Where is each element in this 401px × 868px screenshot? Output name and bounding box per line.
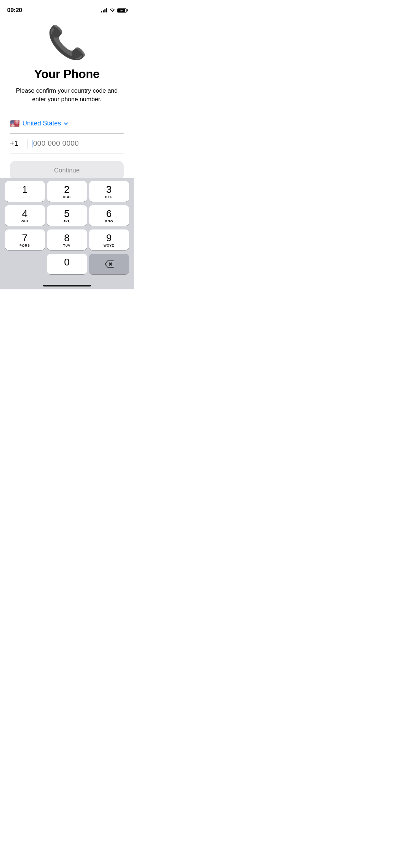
key-9[interactable]: 9 WXYZ	[89, 229, 129, 250]
keyboard-row-1: 1 2 ABC 3 DEF	[1, 181, 132, 202]
form-container: 🇺🇸 United States +1 Continue	[10, 114, 124, 180]
battery-icon: 84	[117, 8, 127, 13]
keyboard-row-4: 0	[1, 254, 132, 274]
key-3[interactable]: 3 DEF	[89, 181, 129, 202]
key-8[interactable]: 8 TUV	[47, 229, 87, 250]
phone-input[interactable]	[33, 139, 124, 148]
key-empty	[5, 254, 45, 274]
keyboard-row-2: 4 GHI 5 JKL 6 MNO	[1, 205, 132, 226]
continue-button[interactable]: Continue	[10, 161, 124, 180]
key-0[interactable]: 0	[47, 254, 87, 274]
key-delete[interactable]	[89, 254, 129, 274]
page-title: Your Phone	[34, 67, 99, 81]
phone-input-row: +1	[10, 134, 124, 154]
home-indicator	[43, 285, 91, 286]
country-name: United States	[22, 120, 61, 127]
keyboard: 1 2 ABC 3 DEF 4 GHI 5 JKL 6 MNO 7 PQRS	[0, 178, 134, 289]
chevron-down-icon	[64, 121, 68, 125]
status-time: 09:20	[7, 7, 22, 14]
phone-input-wrapper[interactable]	[32, 139, 124, 148]
text-cursor	[32, 140, 32, 148]
delete-icon	[104, 260, 114, 268]
key-7[interactable]: 7 PQRS	[5, 229, 45, 250]
page-subtitle: Please confirm your country code and ent…	[14, 87, 120, 104]
wifi-icon	[109, 8, 115, 12]
input-divider	[27, 139, 27, 149]
signal-icon	[101, 8, 107, 12]
key-1[interactable]: 1	[5, 181, 45, 202]
phone-icon: 📞	[47, 26, 87, 58]
key-6[interactable]: 6 MNO	[89, 205, 129, 226]
country-flag: 🇺🇸	[10, 119, 20, 128]
key-2[interactable]: 2 ABC	[47, 181, 87, 202]
country-code: +1	[10, 139, 23, 148]
status-bar: 09:20 84	[0, 0, 134, 16]
key-5[interactable]: 5 JKL	[47, 205, 87, 226]
country-selector[interactable]: 🇺🇸 United States	[10, 114, 124, 134]
key-4[interactable]: 4 GHI	[5, 205, 45, 226]
keyboard-row-3: 7 PQRS 8 TUV 9 WXYZ	[1, 229, 132, 250]
main-content: 📞 Your Phone Please confirm your country…	[0, 16, 134, 180]
status-icons: 84	[101, 8, 127, 13]
